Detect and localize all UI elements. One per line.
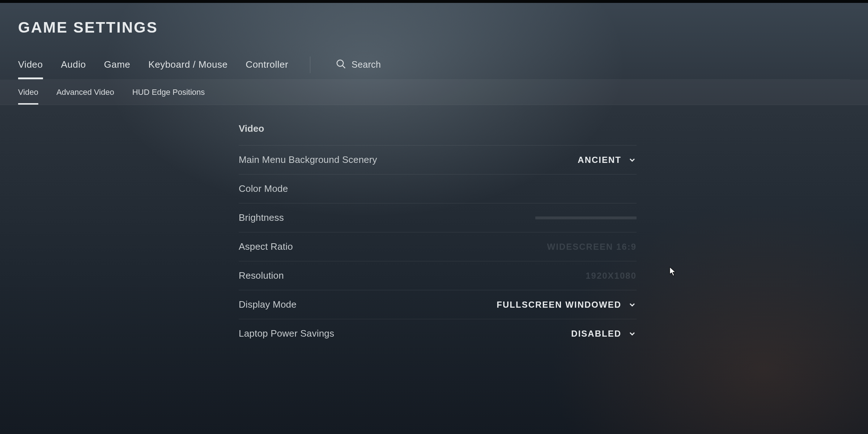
setting-label: Main Menu Background Scenery (239, 154, 377, 165)
settings-panel: GAME SETTINGS Video Audio Game Keyboard … (0, 0, 868, 348)
setting-row-resolution: Resolution 1920X1080 (239, 261, 637, 290)
search-field[interactable] (336, 59, 466, 71)
setting-label: Resolution (239, 270, 284, 281)
dropdown-main-menu-bg[interactable]: ANCIENT (578, 155, 637, 165)
setting-row-color-mode: Color Mode (239, 174, 637, 203)
setting-row-brightness: Brightness (239, 203, 637, 232)
setting-label: Display Mode (239, 299, 297, 310)
search-input[interactable] (352, 59, 466, 70)
dropdown-value: FULLSCREEN WINDOWED (497, 300, 621, 310)
svg-line-1 (342, 66, 345, 68)
setting-row-aspect-ratio: Aspect Ratio WIDESCREEN 16:9 (239, 232, 637, 261)
dropdown-value: DISABLED (571, 329, 621, 339)
slider-brightness (535, 216, 637, 219)
tab-divider (310, 56, 310, 73)
settings-list: Video Main Menu Background Scenery ANCIE… (239, 123, 637, 348)
subtab-hud-edge-positions[interactable]: HUD Edge Positions (132, 80, 205, 105)
chevron-down-icon (628, 300, 637, 309)
subtab-advanced-video[interactable]: Advanced Video (56, 80, 114, 105)
section-title-video: Video (239, 123, 637, 145)
chevron-down-icon (628, 329, 637, 338)
setting-row-display-mode: Display Mode FULLSCREEN WINDOWED (239, 290, 637, 319)
tab-game[interactable]: Game (104, 50, 131, 79)
dropdown-value: ANCIENT (578, 155, 621, 165)
setting-row-main-menu-bg: Main Menu Background Scenery ANCIENT (239, 145, 637, 174)
value-aspect-ratio: WIDESCREEN 16:9 (547, 242, 637, 252)
setting-label: Color Mode (239, 183, 288, 194)
subtab-video[interactable]: Video (18, 80, 38, 105)
setting-row-laptop-power: Laptop Power Savings DISABLED (239, 319, 637, 348)
tab-keyboard-mouse[interactable]: Keyboard / Mouse (148, 50, 227, 79)
setting-label: Laptop Power Savings (239, 328, 334, 339)
tab-controller[interactable]: Controller (246, 50, 288, 79)
tab-video[interactable]: Video (18, 50, 43, 79)
chevron-down-icon (628, 156, 637, 164)
tab-audio[interactable]: Audio (61, 50, 86, 79)
svg-point-0 (337, 60, 344, 66)
page-title: GAME SETTINGS (18, 0, 850, 50)
value-resolution: 1920X1080 (586, 271, 637, 281)
setting-label: Aspect Ratio (239, 241, 293, 252)
primary-tabs: Video Audio Game Keyboard / Mouse Contro… (18, 50, 850, 80)
search-icon (336, 59, 346, 71)
setting-label: Brightness (239, 212, 284, 223)
secondary-tabs: Video Advanced Video HUD Edge Positions (0, 80, 868, 105)
dropdown-laptop-power[interactable]: DISABLED (571, 329, 637, 339)
dropdown-display-mode[interactable]: FULLSCREEN WINDOWED (497, 300, 637, 310)
